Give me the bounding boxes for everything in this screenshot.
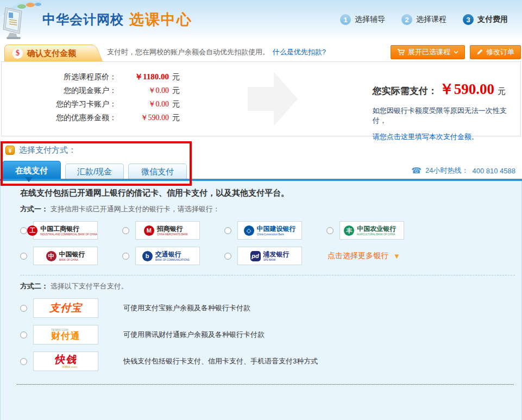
abc-icon: 丰 — [344, 225, 354, 236]
bank-logo-bocom[interactable]: b 交通银行 BANK OF COMMUNICATIONS — [135, 247, 200, 265]
cash-account-unit: 元 — [172, 86, 180, 96]
tab-online-payment[interactable]: 在线支付 — [2, 161, 61, 179]
alipay-desc: 可使用支付宝账户余额及各种银行卡付款 — [123, 303, 250, 313]
bank-radio-cmb[interactable] — [122, 227, 129, 234]
more-banks-link[interactable]: 点击选择更多银行 — [328, 251, 388, 261]
coupon-label: 您的优惠券金额： — [2, 113, 117, 123]
99bill-logo[interactable]: 快钱 99Bill.com — [33, 352, 98, 371]
pencil-icon — [476, 49, 483, 55]
bank-logo-ccb[interactable]: ◇ 中国建设银行 China Construction Bank — [237, 221, 302, 240]
cmb-icon: M — [144, 225, 154, 236]
confirm-amount-label: 确认支付金额 — [27, 48, 76, 59]
ccb-name: 中国建设银行 — [257, 225, 296, 232]
online-payment-panel: 在线支付包括已开通网上银行的借记卡、信用卡支付，以及其他支付平台。 方式一： 支… — [0, 181, 522, 416]
bank-radio-ccb[interactable] — [224, 227, 231, 234]
bank-option-bocom: b 交通银行 BANK OF COMMUNICATIONS — [122, 247, 224, 265]
section-divider — [20, 275, 515, 275]
step-2-label: 选择课程 — [416, 15, 446, 24]
bank-logo-boc[interactable]: 中 中国银行 BANK OF CHINA — [33, 247, 98, 265]
footer-divider — [17, 384, 514, 385]
ccb-english: China Construction Bank — [257, 233, 292, 236]
method2-desc: 选择以下支付平台支付。 — [51, 282, 128, 290]
partial-payment-link[interactable]: 请您点击这里填写本次支付金额。 — [373, 132, 479, 142]
step-1-circle: 1 — [340, 14, 351, 25]
actual-pay-unit: 元 — [498, 86, 506, 97]
payment-summary-panel: 所选课程原价： ￥1180.00 元 您的现金账户： ￥0.00 元 您的学习卡… — [1, 61, 521, 136]
icbc-english: INDUSTRIAL AND COMMERCIAL BANK OF CHINA — [40, 233, 97, 236]
icbc-icon: 工 — [27, 225, 37, 236]
tab-remittance-cash[interactable]: 汇款/现金 — [65, 164, 124, 179]
limit-note: 如您因银行卡额度受限等原因无法一次性支付， — [373, 106, 520, 126]
amount-breakdown: 所选课程原价： ￥1180.00 元 您的现金账户： ￥0.00 元 您的学习卡… — [2, 62, 201, 136]
boc-name: 中国银行 — [59, 251, 85, 258]
row-cash-account: 您的现金账户： ￥0.00 元 — [2, 84, 201, 97]
bank-option-spd: pd 浦发银行 SPD BANK — [224, 247, 326, 265]
step-choose-course: 2 选择课程 — [401, 14, 446, 25]
center-title: 选课中心 — [129, 10, 192, 29]
actual-pay-value: ￥590.00 — [439, 79, 494, 99]
bank-option-ccb: ◇ 中国建设银行 China Construction Bank — [224, 221, 326, 240]
bank-option-boc: 中 中国银行 BANK OF CHINA — [20, 247, 122, 265]
bank-radio-bocom[interactable] — [122, 253, 129, 260]
actual-payment-line: 您实际需支付： ￥590.00 元 — [373, 79, 520, 99]
summary-arrow-wrap — [201, 62, 320, 136]
bocom-name: 交通银行 — [155, 251, 193, 258]
bank-radio-icbc[interactable] — [20, 227, 27, 234]
alipay-logo-text: 支付宝 — [49, 301, 82, 315]
bank-logo-cmb[interactable]: M 招商银行 CHINA MERCHANTS BANK — [135, 221, 200, 240]
step-3-label: 支付费用 — [477, 15, 508, 24]
what-is-priority-link[interactable]: 什么是优先扣款? — [273, 48, 326, 56]
monitor-logo-icon — [0, 0, 42, 39]
actual-payment-block: 您实际需支付： ￥590.00 元 如您因银行卡额度受限等原因无法一次性支付， … — [320, 62, 520, 136]
bank-radio-boc[interactable] — [20, 253, 27, 260]
platform-radio-alipay[interactable] — [20, 305, 27, 312]
cash-account-value: ￥0.00 — [117, 86, 169, 96]
more-banks: 点击选择更多银行 ▼ — [328, 251, 400, 261]
hotline-number: 400 810 4588 — [472, 167, 515, 175]
spd-name: 浦发银行 — [263, 251, 290, 258]
cmb-name: 招商银行 — [157, 225, 191, 232]
platform-option-tenpay: TENPAY.COM 财付通 可使用腾讯财付通账户余额及各种银行卡付款 — [20, 325, 521, 344]
abc-english: AGRICULTURAL BANK OF CHINA — [357, 233, 395, 236]
method1-label: 方式一： — [20, 205, 48, 213]
tenpay-desc: 可使用腾讯财付通账户余额及各种银行卡付款 — [123, 330, 265, 340]
bocom-icon: b — [142, 251, 153, 261]
modify-order-label: 修改订单 — [486, 47, 514, 57]
bank-radio-spd[interactable] — [224, 253, 231, 260]
alipay-logo[interactable]: 支付宝 — [33, 298, 98, 318]
bocom-english: BANK OF COMMUNICATIONS — [155, 259, 190, 261]
bank-logo-spd[interactable]: pd 浦发银行 SPD BANK — [237, 247, 302, 265]
original-price-unit: 元 — [172, 72, 180, 82]
modify-order-button[interactable]: 修改订单 — [470, 45, 521, 59]
study-card-label: 您的学习卡账户： — [2, 99, 117, 109]
platform-option-alipay: 支付宝 可使用支付宝账户余额及各种银行卡付款 — [20, 298, 521, 318]
brand-title: 中华会计网校 — [42, 11, 124, 28]
active-tab-pointer-icon — [25, 177, 33, 186]
bank-option-abc: 丰 中国农业银行 AGRICULTURAL BANK OF CHINA — [326, 221, 429, 240]
more-banks-arrow-icon[interactable]: ▼ — [393, 252, 400, 260]
bank-logo-abc[interactable]: 丰 中国农业银行 AGRICULTURAL BANK OF CHINA — [339, 221, 404, 240]
method2-line: 方式二： 选择以下支付平台支付。 — [20, 281, 521, 291]
bank-radio-abc[interactable] — [326, 227, 334, 234]
step-2-circle: 2 — [401, 14, 412, 25]
expand-courses-label: 展开已选课程 — [408, 47, 450, 57]
row-original-price: 所选课程原价： ￥1180.00 元 — [2, 70, 201, 84]
tab-wechat-payment[interactable]: 微信支付 — [128, 164, 187, 179]
row-coupon: 您的优惠券金额： ￥590.00 元 — [2, 111, 201, 124]
tenpay-logo[interactable]: TENPAY.COM 财付通 — [33, 325, 98, 344]
row-study-card: 您的学习卡账户： ￥0.00 元 — [2, 97, 201, 111]
spd-english: SPD BANK — [263, 259, 287, 261]
confirm-amount-tab: $ 确认支付金额 — [4, 45, 93, 61]
original-price-value: ￥1180.00 — [117, 72, 169, 82]
tenpay-logo-text: 财付通 — [51, 331, 80, 341]
dollar-icon: $ — [12, 48, 23, 59]
original-price-label: 所选课程原价： — [2, 72, 117, 82]
bank-option-cmb: M 招商银行 CHINA MERCHANTS BANK — [122, 221, 224, 240]
platform-radio-99bill[interactable] — [20, 358, 27, 365]
boc-icon: 中 — [46, 251, 56, 261]
platform-radio-tenpay[interactable] — [20, 331, 27, 338]
bank-logo-icbc[interactable]: 工 中国工商银行 INDUSTRIAL AND COMMERCIAL BANK … — [33, 221, 98, 240]
expand-courses-button[interactable]: 展开已选课程 — [391, 45, 465, 59]
right-arrow-icon — [248, 87, 274, 111]
cmb-english: CHINA MERCHANTS BANK — [157, 233, 188, 236]
